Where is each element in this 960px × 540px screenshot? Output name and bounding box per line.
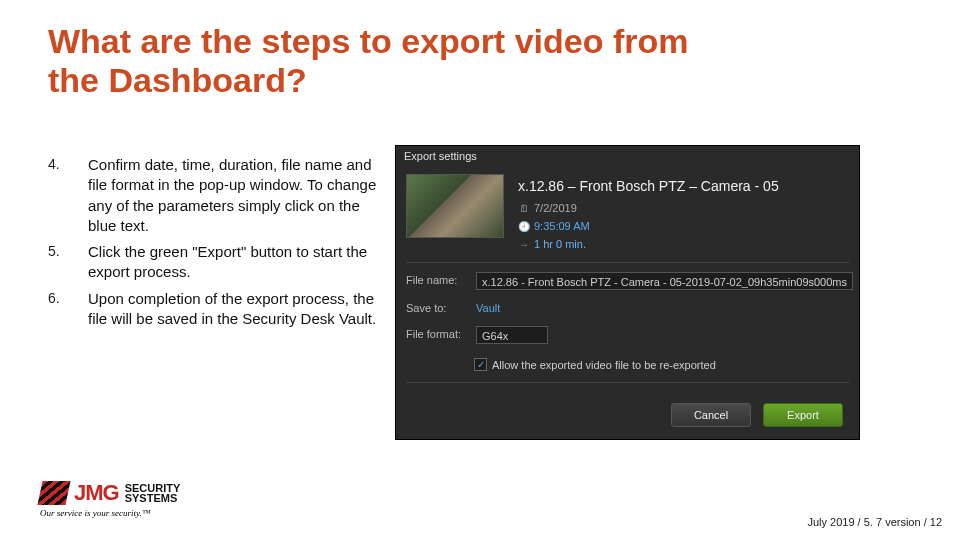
file-format-label: File format: — [406, 328, 461, 340]
checkbox-icon[interactable]: ✓ — [474, 358, 487, 371]
checkbox-label: Allow the exported video file to be re-e… — [492, 359, 716, 371]
logo-sub: SYSTEMS — [125, 493, 181, 503]
list-item: 5. Click the green "Export" button to st… — [48, 242, 383, 283]
company-logo: JMG SECURITY SYSTEMS Our service is your… — [40, 480, 180, 518]
time-value: 9:35:09 AM — [534, 220, 590, 232]
logo-tagline: Our service is your security.™ — [40, 508, 180, 518]
divider — [406, 382, 849, 383]
step-text: Upon completion of the export process, t… — [88, 289, 383, 330]
meta-time[interactable]: 🕘9:35:09 AM — [518, 220, 590, 232]
export-button[interactable]: Export — [763, 403, 843, 427]
file-name-field[interactable]: x.12.86 - Front Bosch PTZ - Camera - 05-… — [476, 272, 853, 290]
divider — [406, 262, 849, 263]
dialog-title: Export settings — [404, 150, 477, 162]
step-text: Confirm date, time, duration, file name … — [88, 155, 383, 236]
page-title: What are the steps to export video from … — [48, 22, 748, 100]
video-thumbnail — [406, 174, 504, 238]
calendar-icon: 🗓 — [518, 202, 530, 214]
file-name-label: File name: — [406, 274, 457, 286]
logo-mark-icon — [37, 481, 70, 505]
camera-name: x.12.86 – Front Bosch PTZ – Camera - 05 — [518, 178, 779, 194]
step-number: 6. — [48, 289, 88, 330]
meta-date[interactable]: 🗓7/2/2019 — [518, 202, 577, 214]
arrow-right-icon: → — [518, 238, 530, 250]
logo-text: JMG — [74, 480, 119, 506]
cancel-button[interactable]: Cancel — [671, 403, 751, 427]
footer-text: July 2019 / 5. 7 version / 12 — [807, 516, 942, 528]
date-value: 7/2/2019 — [534, 202, 577, 214]
export-settings-dialog: Export settings x.12.86 – Front Bosch PT… — [395, 145, 860, 440]
duration-value: 1 hr 0 min. — [534, 238, 586, 250]
step-number: 4. — [48, 155, 88, 236]
clock-icon: 🕘 — [518, 220, 530, 232]
save-to-value[interactable]: Vault — [476, 302, 500, 314]
reexport-checkbox-row[interactable]: ✓ Allow the exported video file to be re… — [474, 358, 716, 371]
meta-duration[interactable]: →1 hr 0 min. — [518, 238, 586, 250]
file-format-select[interactable]: G64x — [476, 326, 548, 344]
step-text: Click the green "Export" button to start… — [88, 242, 383, 283]
list-item: 6. Upon completion of the export process… — [48, 289, 383, 330]
list-item: 4. Confirm date, time, duration, file na… — [48, 155, 383, 236]
save-to-label: Save to: — [406, 302, 446, 314]
steps-list: 4. Confirm date, time, duration, file na… — [48, 155, 383, 335]
step-number: 5. — [48, 242, 88, 283]
slide: What are the steps to export video from … — [0, 0, 960, 540]
